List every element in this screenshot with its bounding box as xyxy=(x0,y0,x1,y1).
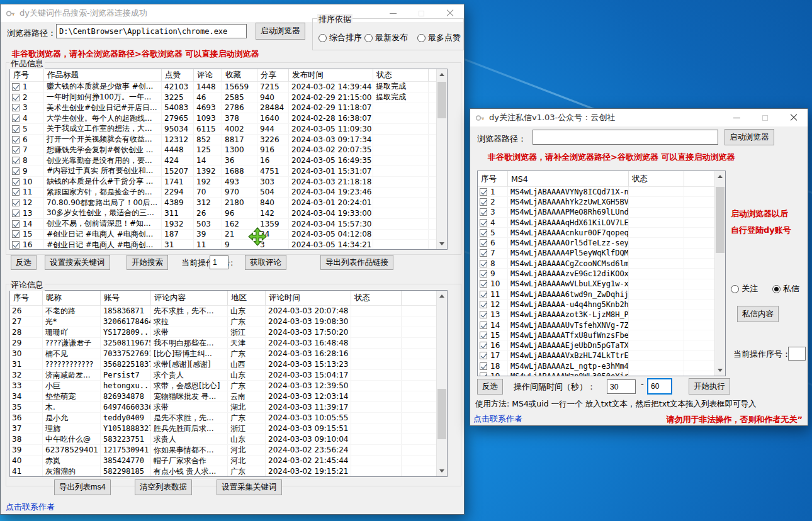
interval-max-input[interactable] xyxy=(647,378,672,395)
mode-option-dm[interactable]: 私信 xyxy=(772,283,799,294)
column-header[interactable]: 状态 xyxy=(373,69,429,82)
clear-list-button[interactable]: 清空列表数据 xyxy=(135,479,192,495)
scroll-down-arrow[interactable] xyxy=(715,365,725,376)
scrollbar-thumb[interactable] xyxy=(716,187,725,253)
column-header[interactable]: 账号 xyxy=(101,291,151,306)
works-row[interactable]: 8创业光靠勤奋是没有用的，要...4241436162024-03-05 16:… xyxy=(10,155,447,166)
row-checkbox[interactable] xyxy=(480,301,487,308)
start-execute-button[interactable]: 开始执行 xyxy=(689,378,730,395)
works-row[interactable]: 15#创业日记 #电商人 #电商创...1873921242024-03-05 … xyxy=(10,230,447,240)
ms4-row[interactable]: 14MS4wLjABAAAAUvTsfehXNVg-7Z... xyxy=(478,320,725,330)
row-checkbox[interactable] xyxy=(12,94,20,101)
sort-option-composite[interactable]: 综合排序 xyxy=(319,32,362,43)
comment-row[interactable]: 32济南减龄发...Persist7求个贵人山东2024-03-03 15:04… xyxy=(10,370,447,381)
comment-row[interactable]: 41灰溜溜的582298185有点小钱 贵人求...广东2024-03-02 1… xyxy=(10,466,447,477)
works-row[interactable]: 1270.80.90都套路出局了！00后...43893122180840202… xyxy=(10,198,447,208)
row-checkbox[interactable] xyxy=(480,280,487,288)
works-row[interactable]: 1330多岁女性创业，最适合的三...31126961422024-03-04 … xyxy=(10,208,447,219)
current-index-input[interactable] xyxy=(210,255,228,269)
ms4-row[interactable]: 8MS4wLjABAAAACgZcooNCMsd6lm... xyxy=(478,259,725,269)
column-header[interactable]: 评论内容 xyxy=(151,291,228,306)
scroll-down-arrow[interactable] xyxy=(437,466,447,476)
close-button[interactable] xyxy=(779,109,808,126)
row-checkbox[interactable] xyxy=(480,332,487,339)
row-checkbox[interactable] xyxy=(12,188,20,196)
column-header[interactable]: 序号 xyxy=(478,171,508,187)
row-checkbox[interactable] xyxy=(12,178,20,186)
column-header[interactable]: 评论时间 xyxy=(266,291,351,306)
ms4-row[interactable]: 18MS4wLjABAAAAzL_ngtp-e3hMm4... xyxy=(478,361,725,371)
scrollbar-thumb[interactable] xyxy=(437,389,446,439)
works-row[interactable]: 11紧跟国家方针，都是捡金子的...2294709705042024-03-04… xyxy=(10,188,447,198)
works-row[interactable]: 14创业不易，创前请深思！#知...193250316213592024-03-… xyxy=(10,219,447,230)
ms4-row[interactable]: 13MS4wLjABAAAAzot3K-LjzM8H_P... xyxy=(478,310,725,320)
ms4-row[interactable]: 3MS4wLjABAAAAPMeO8Rh69lLUnd... xyxy=(478,208,725,218)
row-checkbox[interactable] xyxy=(12,136,20,143)
row-checkbox[interactable] xyxy=(480,311,487,318)
row-checkbox[interactable] xyxy=(480,198,487,206)
contact-author-link[interactable]: 点击联系作者 xyxy=(473,413,522,425)
row-checkbox[interactable] xyxy=(12,115,20,122)
scroll-up-arrow[interactable] xyxy=(437,291,447,301)
row-checkbox[interactable] xyxy=(480,249,487,257)
column-header[interactable]: 作品标题 xyxy=(44,69,162,82)
row-checkbox[interactable] xyxy=(480,362,487,370)
comment-row[interactable]: 31????????????35682251837求带[感谢][感谢]山西202… xyxy=(10,359,447,370)
comment-row[interactable]: 39623785294011217530941你如果事情都不...河北2024-… xyxy=(10,445,447,456)
column-header[interactable]: 序号 xyxy=(10,69,44,82)
maximize-button[interactable] xyxy=(751,109,779,126)
set-collect-keywords-button[interactable]: 设置采集关键词 xyxy=(217,479,282,495)
column-header[interactable]: 状态 xyxy=(351,291,402,306)
scroll-up-arrow[interactable] xyxy=(715,171,725,182)
works-row[interactable]: 1赚大钱的本质就是少做事 #创...4210314481565972152024… xyxy=(10,82,447,92)
row-checkbox[interactable] xyxy=(480,270,487,277)
comments-vertical-scrollbar[interactable] xyxy=(436,291,447,476)
row-checkbox[interactable] xyxy=(480,342,487,349)
column-header[interactable]: 序号 xyxy=(10,291,43,306)
sort-option-most-liked[interactable]: 最多点赞 xyxy=(417,32,461,43)
export-list-ms4-button[interactable]: 导出列表ms4 xyxy=(54,479,111,495)
scroll-up-arrow[interactable] xyxy=(437,69,447,80)
row-checkbox[interactable] xyxy=(480,260,487,267)
ms4-vertical-scrollbar[interactable] xyxy=(714,171,725,376)
minimize-button[interactable] xyxy=(723,109,751,126)
ms4-row[interactable]: 16MS4wLjABAAAAEjeUbDn5pGTaTX... xyxy=(478,340,725,350)
get-comments-button[interactable]: 获取评论 xyxy=(245,255,286,270)
interval-min-input[interactable] xyxy=(607,379,636,394)
row-checkbox[interactable] xyxy=(12,104,20,111)
row-checkbox[interactable] xyxy=(480,229,487,237)
works-vertical-scrollbar[interactable] xyxy=(436,69,447,249)
comment-row[interactable]: 37理旆Y1051888327胜兵先胜而后求...浙江2024-03-03 09… xyxy=(10,423,447,434)
sort-option-newest[interactable]: 最新发布 xyxy=(364,32,408,43)
comment-row[interactable]: 28珊珊吖YS172809...求带浙江2024-03-03 17:50:20 xyxy=(10,327,447,338)
invert-selection-button[interactable]: 反选 xyxy=(477,379,503,395)
row-checkbox[interactable] xyxy=(12,199,20,206)
comment-row[interactable]: 29????谦谦君子32508119675我不明白那些在...天津2024-03… xyxy=(10,338,447,349)
comment-row[interactable]: 36是小允teddy0409是先不求胜，先...广东2024-03-03 10:… xyxy=(10,413,447,423)
row-checkbox[interactable] xyxy=(12,167,20,175)
comment-row[interactable]: 27光*32066178464求拉广东2024-03-03 19:08:30 xyxy=(10,317,447,327)
current-index-input[interactable] xyxy=(788,347,806,361)
row-checkbox[interactable] xyxy=(480,188,487,196)
ms4-row[interactable]: 1MS4wLjABAAAAVYNy8ICQd71X-n... xyxy=(478,187,725,197)
row-checkbox[interactable] xyxy=(12,83,20,91)
scrollbar-thumb[interactable] xyxy=(437,82,446,118)
contact-author-link[interactable]: 点击联系作者 xyxy=(6,501,55,513)
column-header[interactable]: 收藏 xyxy=(222,69,257,82)
row-checkbox[interactable] xyxy=(480,219,487,227)
row-checkbox[interactable] xyxy=(12,125,20,133)
row-checkbox[interactable] xyxy=(480,239,487,247)
row-checkbox[interactable] xyxy=(12,157,20,164)
comment-row[interactable]: 26不老的路185836871先不求胜，先不...山东2024-03-03 20… xyxy=(10,306,447,317)
ms4-row[interactable]: 4MS4wLjABAAAAqHdX61KiLOV7LE... xyxy=(478,218,725,228)
row-checkbox[interactable] xyxy=(12,210,20,217)
browser-path-input[interactable] xyxy=(56,24,247,38)
ms4-row[interactable]: 17MS4wLjABAAAAVxBzHL74LkTtrE... xyxy=(478,351,725,361)
comment-row[interactable]: 38中午吃什么@583223751求贵人山东2024-03-03 09:10:0… xyxy=(10,434,447,445)
works-row[interactable]: 4大学生创业。每个人的起跑线...27965109337816402024-02… xyxy=(10,113,447,124)
column-header[interactable]: 地区 xyxy=(228,291,266,306)
column-header[interactable]: 发布时间 xyxy=(289,69,373,82)
ms4-row[interactable]: 9MS4wLjABAAAAzvE9Gc12diKOOx... xyxy=(478,269,725,279)
comment-row[interactable]: 30楠不见70337527691[比心]帮博主纠...广东2024-03-03 … xyxy=(10,349,447,359)
row-checkbox[interactable] xyxy=(480,208,487,216)
